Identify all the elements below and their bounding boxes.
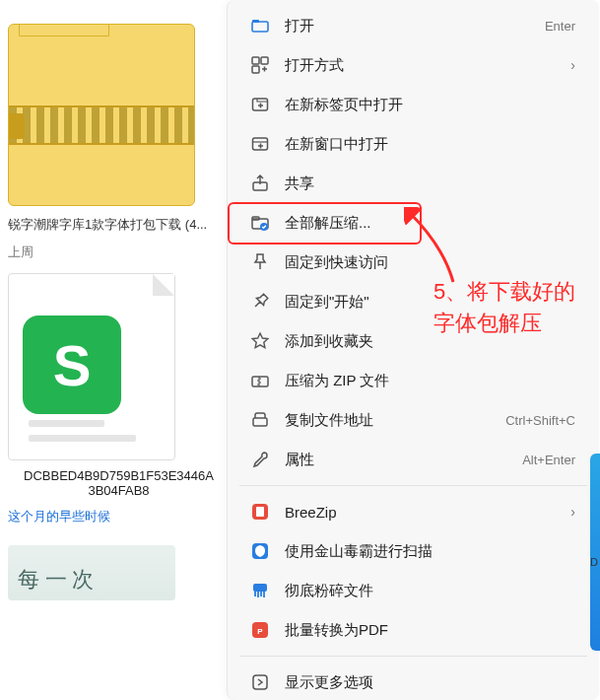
file-browser-background: 锐字潮牌字库1款字体打包下载 (4... 上周 S DCBBED4B9D759B… bbox=[0, 0, 227, 700]
menu-open-new-tab[interactable]: 在新标签页中打开 bbox=[233, 85, 593, 124]
menu-open-label: 打开 bbox=[285, 17, 531, 35]
menu-copy-path-shortcut: Ctrl+Shift+C bbox=[505, 413, 575, 428]
right-edge-label: D bbox=[590, 556, 598, 568]
menu-copy-path-label: 复制文件地址 bbox=[285, 411, 492, 430]
svg-rect-14 bbox=[256, 507, 264, 517]
menu-show-more[interactable]: 显示更多选项 bbox=[233, 663, 593, 700]
context-menu: 打开 Enter 打开方式 › 在新标签页中打开 在新窗口中打开 共享 全部解压… bbox=[227, 0, 599, 700]
svg-text:P: P bbox=[257, 627, 263, 636]
section-earlier-this-month: 这个月的早些时候 bbox=[8, 508, 219, 525]
menu-shred-label: 彻底粉碎文件 bbox=[285, 582, 575, 600]
menu-open-with[interactable]: 打开方式 › bbox=[233, 45, 593, 85]
menu-copy-path[interactable]: 复制文件地址 Ctrl+Shift+C bbox=[233, 400, 593, 440]
document-file-name[interactable]: DCBBED4B9D759B1F53E3446A 3B04FAB8 bbox=[8, 468, 230, 498]
menu-open-with-label: 打开方式 bbox=[285, 56, 557, 75]
svg-rect-2 bbox=[252, 57, 259, 64]
section-last-week: 上周 bbox=[8, 244, 219, 261]
right-edge-window bbox=[590, 454, 600, 651]
menu-open-new-tab-label: 在新标签页中打开 bbox=[285, 96, 575, 114]
menu-divider bbox=[239, 485, 587, 486]
svg-rect-1 bbox=[252, 20, 259, 23]
svg-rect-12 bbox=[253, 418, 267, 426]
menu-duba-scan[interactable]: 使用金山毒霸进行扫描 bbox=[233, 531, 593, 571]
menu-open-new-window-label: 在新窗口中打开 bbox=[285, 135, 575, 154]
compress-icon bbox=[249, 370, 271, 391]
menu-pin-quick-label: 固定到快速访问 bbox=[285, 253, 575, 272]
favorite-icon bbox=[249, 330, 271, 352]
open-icon bbox=[249, 15, 271, 36]
image-thumbnail-text: 每 一 次 bbox=[18, 565, 94, 595]
menu-compress-zip-label: 压缩为 ZIP 文件 bbox=[285, 372, 575, 390]
menu-pin-start-label: 固定到"开始" bbox=[285, 293, 575, 312]
extract-all-icon bbox=[249, 212, 271, 234]
shred-icon bbox=[249, 580, 271, 601]
menu-breezip-label: BreeZip bbox=[285, 504, 557, 521]
menu-share-label: 共享 bbox=[285, 175, 575, 193]
svg-rect-4 bbox=[252, 66, 259, 73]
menu-extract-all-label: 全部解压缩... bbox=[285, 214, 575, 233]
menu-extract-all[interactable]: 全部解压缩... bbox=[233, 203, 593, 243]
zip-file-name[interactable]: 锐字潮牌字库1款字体打包下载 (4... bbox=[8, 216, 234, 234]
menu-divider bbox=[239, 656, 587, 657]
menu-open-new-window[interactable]: 在新窗口中打开 bbox=[233, 124, 593, 164]
menu-compress-zip[interactable]: 压缩为 ZIP 文件 bbox=[233, 361, 593, 400]
menu-properties-label: 属性 bbox=[285, 451, 508, 469]
image-thumbnail[interactable]: 每 一 次 bbox=[8, 545, 175, 600]
more-options-icon bbox=[249, 671, 271, 693]
svg-rect-19 bbox=[253, 675, 267, 689]
pin-start-icon bbox=[249, 291, 271, 313]
menu-convert-pdf-label: 批量转换为PDF bbox=[285, 621, 575, 640]
svg-rect-0 bbox=[252, 22, 268, 32]
menu-open-shortcut: Enter bbox=[545, 19, 575, 34]
duba-scan-icon bbox=[249, 540, 271, 562]
menu-shred[interactable]: 彻底粉碎文件 bbox=[233, 571, 593, 610]
document-thumbnail[interactable]: S bbox=[8, 273, 175, 460]
zip-zipper-decoration bbox=[9, 105, 194, 145]
pdf-convert-icon: P bbox=[249, 619, 271, 641]
menu-pin-start[interactable]: 固定到"开始" bbox=[233, 282, 593, 321]
chevron-right-icon: › bbox=[570, 504, 575, 520]
menu-pin-quick-access[interactable]: 固定到快速访问 bbox=[233, 243, 593, 282]
menu-duba-scan-label: 使用金山毒霸进行扫描 bbox=[285, 542, 575, 561]
menu-show-more-label: 显示更多选项 bbox=[285, 673, 575, 692]
share-icon bbox=[249, 173, 271, 194]
menu-properties[interactable]: 属性 Alt+Enter bbox=[233, 440, 593, 479]
zip-file-thumbnail[interactable] bbox=[8, 24, 195, 206]
copy-path-icon bbox=[249, 409, 271, 431]
open-with-icon bbox=[249, 54, 271, 76]
menu-add-favorites[interactable]: 添加到收藏夹 bbox=[233, 321, 593, 361]
doc-lines-decoration bbox=[29, 412, 155, 442]
menu-properties-shortcut: Alt+Enter bbox=[522, 453, 575, 467]
new-tab-icon bbox=[249, 94, 271, 115]
svg-rect-3 bbox=[261, 57, 268, 64]
breezip-icon bbox=[249, 501, 271, 523]
menu-add-favorites-label: 添加到收藏夹 bbox=[285, 332, 575, 351]
menu-convert-pdf[interactable]: P 批量转换为PDF bbox=[233, 610, 593, 650]
wps-s-icon: S bbox=[23, 315, 121, 414]
menu-breezip[interactable]: BreeZip › bbox=[233, 492, 593, 531]
new-window-icon bbox=[249, 133, 271, 155]
menu-share[interactable]: 共享 bbox=[233, 164, 593, 203]
pin-quick-icon bbox=[249, 251, 271, 273]
properties-icon bbox=[249, 449, 271, 470]
chevron-right-icon: › bbox=[570, 57, 575, 73]
menu-open[interactable]: 打开 Enter bbox=[233, 6, 593, 45]
svg-rect-16 bbox=[253, 584, 267, 592]
